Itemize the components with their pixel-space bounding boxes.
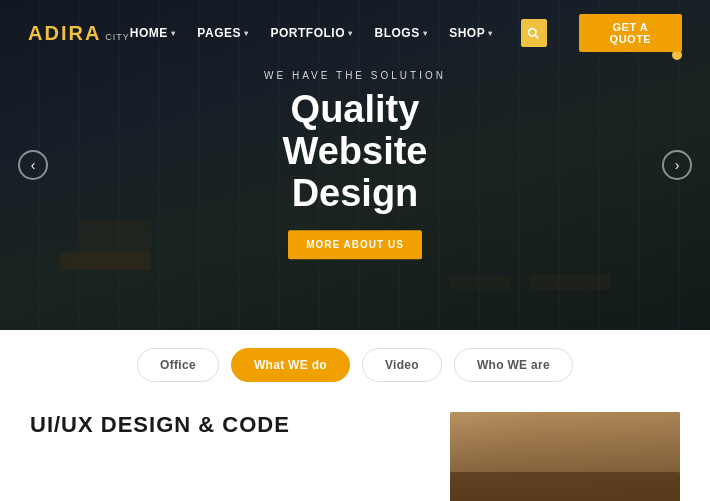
hero-prev-button[interactable]: ‹: [18, 150, 48, 180]
portfolio-caret-icon: ▾: [348, 29, 353, 38]
hero-section: ADIRA CITY HOME ▾ PAGES ▾ PORTFOLIO ▾ BL…: [0, 0, 710, 330]
nav-home[interactable]: HOME ▾: [130, 26, 176, 40]
nav-shop[interactable]: SHOP ▾: [449, 26, 493, 40]
logo-name: ADIRA: [28, 22, 101, 45]
logo[interactable]: ADIRA CITY: [28, 22, 130, 45]
pages-caret-icon: ▾: [244, 29, 249, 38]
bottom-title: UI/UX DESIGN & CODE: [30, 412, 420, 438]
hero-cta-button[interactable]: MORE ABOUT US: [288, 231, 422, 260]
tab-office[interactable]: Office: [137, 348, 219, 382]
nav-blogs[interactable]: BLOGS ▾: [374, 26, 427, 40]
blogs-caret-icon: ▾: [423, 29, 428, 38]
tab-who-we-are[interactable]: Who WE are: [454, 348, 573, 382]
nav-portfolio[interactable]: PORTFOLIO ▾: [270, 26, 352, 40]
svg-line-1: [535, 35, 538, 38]
shop-caret-icon: ▾: [488, 29, 493, 38]
logo-suffix: CITY: [105, 32, 130, 42]
bottom-image: [450, 412, 680, 501]
svg-point-0: [529, 28, 536, 35]
search-icon: [527, 27, 540, 40]
tab-what-we-do[interactable]: What WE do: [231, 348, 350, 382]
home-caret-icon: ▾: [171, 29, 176, 38]
nav-links: HOME ▾ PAGES ▾ PORTFOLIO ▾ BLOGS ▾ SHOP …: [130, 14, 682, 52]
hero-title: Quality Website Design: [225, 89, 485, 214]
quote-button[interactable]: GET A QUOTE: [579, 14, 682, 52]
nav-pages[interactable]: PAGES ▾: [197, 26, 248, 40]
tab-video[interactable]: Video: [362, 348, 442, 382]
search-button[interactable]: [521, 19, 547, 47]
hero-next-button[interactable]: ›: [662, 150, 692, 180]
hero-subtitle: WE HAVE THE SOLUTION: [225, 70, 485, 81]
desk-shape: [450, 472, 680, 501]
navbar: ADIRA CITY HOME ▾ PAGES ▾ PORTFOLIO ▾ BL…: [0, 0, 710, 66]
hero-content: WE HAVE THE SOLUTION Quality Website Des…: [225, 70, 485, 259]
arrow-left-icon: ‹: [31, 157, 36, 173]
tabs-section: Office What WE do Video Who WE are: [0, 330, 710, 394]
bottom-text-area: UI/UX DESIGN & CODE: [30, 412, 420, 438]
arrow-right-icon: ›: [675, 157, 680, 173]
bottom-section: UI/UX DESIGN & CODE: [0, 394, 710, 501]
